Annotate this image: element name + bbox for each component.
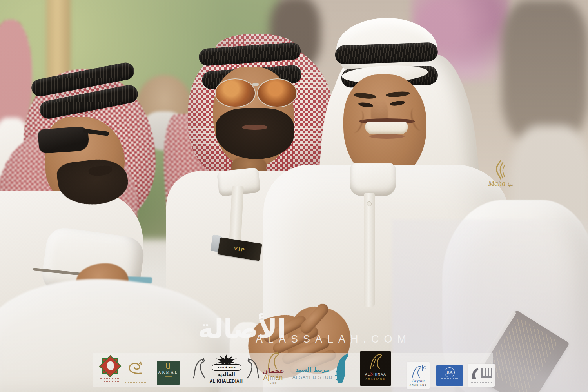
right-man-placket xyxy=(364,193,375,307)
ajman-stud-logo: عجمان Ajman Stud xyxy=(258,351,289,387)
al-shiraa-arabians-logo: ALSHIRAA ARABIANS xyxy=(360,351,391,386)
event-photo: VIP xyxy=(0,0,588,392)
agal-band xyxy=(335,42,438,64)
horse-icon xyxy=(191,358,207,379)
ajman-sub-label: Stud xyxy=(258,381,289,384)
horse-head-white xyxy=(107,361,114,370)
akmal-rule xyxy=(165,376,172,377)
aryam-sub-label: ARABIANS xyxy=(407,384,430,386)
watermark-site-text: ALASSALAH.COM xyxy=(256,333,411,345)
maha-flame-icon xyxy=(492,160,509,180)
akmal-goblet-icon xyxy=(166,363,170,369)
aryam-arabians-logo: Aryam ARABIANS xyxy=(407,362,430,389)
caption-line xyxy=(123,379,148,379)
akmal-logo-label: AKMAL xyxy=(157,370,180,374)
blue-horse-palm-icon xyxy=(409,363,427,378)
gray-horse-head-icon xyxy=(470,367,480,379)
kufic-blocks xyxy=(481,368,492,378)
caption-line xyxy=(125,382,146,383)
ajman-arabic: عجمان xyxy=(258,368,289,374)
aviator-bridge xyxy=(252,83,259,86)
alshiraa-sub-label: ARABIANS xyxy=(360,378,391,380)
gold-calligraphy-horse-icon xyxy=(126,361,145,376)
teeth xyxy=(365,122,408,134)
ra-monogram-circle: RA xyxy=(445,367,455,377)
alshiraa-s: S xyxy=(370,370,374,377)
collar-button xyxy=(367,201,372,206)
khalediah-arabic: الخالدية xyxy=(207,372,245,377)
gold-horse-icon xyxy=(367,353,385,370)
akmal-logo: AKMAL xyxy=(157,361,180,385)
alsayed-stud-logo: مربط السيد ALSAYED STUD xyxy=(292,352,353,386)
alshiraa-label: ALSHIRAA xyxy=(360,370,391,377)
caption-line xyxy=(100,378,120,379)
al-khalediah-logo: KSA ✶ EWS الخالدية AL KHALEDIAH xyxy=(191,354,261,386)
ra-monogram-text: RA xyxy=(446,370,452,374)
emirates-arabian-horse-society-logo xyxy=(98,358,122,387)
ajman-label: Ajman xyxy=(258,374,289,381)
watermark-url: ALASSALAH.COM xyxy=(256,333,411,345)
ra-monogram-stud-logo: RA xyxy=(436,365,463,386)
maha-logo-arabic: مها xyxy=(507,182,513,187)
alshiraa-pre: AL xyxy=(365,372,370,376)
dubai-arabian-horse-stud-logo xyxy=(122,361,150,384)
alsayed-label: ALSAYED STUD xyxy=(292,375,333,380)
aryam-label: Aryam xyxy=(407,378,430,383)
caption-line xyxy=(102,381,119,382)
caption-line xyxy=(441,378,458,379)
alshiraa-post: HIRAA xyxy=(374,372,387,376)
alsayed-arabic: مربط السيد xyxy=(292,366,333,373)
kufic-horse-stud-logo xyxy=(468,364,495,387)
maha-logo: Maha مها xyxy=(484,160,517,192)
lower-lip xyxy=(369,134,405,139)
aviator-lens-left xyxy=(215,78,256,107)
teal-horse-head-icon xyxy=(332,353,352,385)
khalediah-label: AL KHALEDIAH xyxy=(200,379,252,383)
right-man-smile xyxy=(358,116,417,140)
aviator-lens-right xyxy=(257,78,297,107)
right-man-collar xyxy=(350,163,396,196)
middle-man-lips xyxy=(242,125,267,130)
vip-badge-label: VIP xyxy=(234,245,246,253)
left-man-sunglasses xyxy=(38,126,89,154)
vip-badge-plate: VIP xyxy=(218,237,262,261)
khalediah-banner: KSA ✶ EWS xyxy=(212,364,241,371)
star-emblem xyxy=(102,358,118,374)
caption-line xyxy=(471,382,492,383)
maha-logo-latin: Maha xyxy=(488,179,505,187)
background-figure xyxy=(502,0,588,141)
